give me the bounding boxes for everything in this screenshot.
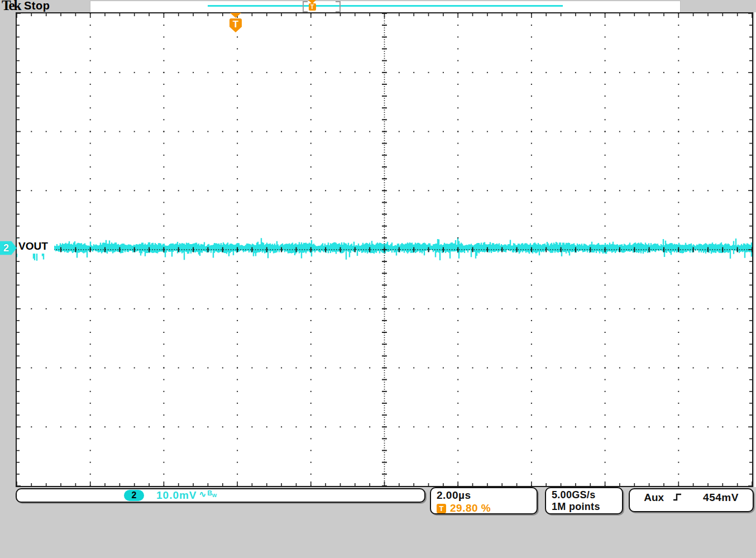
trigger-position-line: T 29.80 % bbox=[437, 502, 537, 514]
trigger-position-percent: 29.80 % bbox=[450, 502, 491, 514]
oscilloscope-screen: Tek Stop T T VOUT 2 2 10.0mV ∿ BW bbox=[0, 0, 756, 558]
channel2-marker-number: 2 bbox=[3, 242, 9, 254]
trigger-t-badge-icon: T bbox=[437, 504, 446, 513]
horizontal-readout-box: 2.00µs T 29.80 % bbox=[430, 487, 538, 514]
trigger-position-marker: T bbox=[228, 13, 243, 32]
status-bar: 2 10.0mV ∿ BW 2.00µs T 29.80 % 5.00GS/s … bbox=[0, 487, 756, 558]
channel2-scale: 10.0mV bbox=[156, 489, 197, 502]
timebase-value: 2.00µs bbox=[437, 489, 537, 502]
graticule: T VOUT bbox=[16, 12, 753, 487]
acquisition-bar-panel: T bbox=[90, 1, 681, 13]
channel2-readout-box: 2 10.0mV ∿ BW bbox=[16, 488, 425, 503]
bandwidth-limit-icon: BW bbox=[207, 489, 217, 497]
acquisition-readout-box: 5.00GS/s 1M points bbox=[545, 487, 623, 514]
sample-rate: 5.00GS/s bbox=[552, 489, 622, 501]
waveform-display bbox=[17, 13, 752, 486]
channel2-badge: 2 bbox=[124, 490, 144, 501]
trigger-source: Aux bbox=[644, 492, 664, 504]
window-bracket-left-icon bbox=[303, 1, 308, 12]
record-length: 1M points bbox=[552, 501, 622, 513]
trigger-position-t-icon: T bbox=[229, 18, 242, 32]
trigger-readout-box: Aux 454mV bbox=[629, 488, 754, 512]
rising-edge-icon bbox=[673, 493, 682, 501]
record-trigger-marker-icon: T bbox=[308, 0, 316, 11]
acquisition-state: Stop bbox=[24, 0, 50, 12]
coupling-wave-icon: ∿ bbox=[199, 489, 207, 499]
trigger-position-triangle-icon bbox=[230, 13, 241, 18]
record-view-line bbox=[208, 5, 563, 7]
trigger-level: 454mV bbox=[703, 492, 739, 504]
top-bar: Tek Stop T bbox=[0, 0, 756, 12]
trigger-t-icon: T bbox=[309, 3, 316, 11]
channel2-waveform-label: VOUT bbox=[17, 239, 54, 254]
window-bracket-right-icon bbox=[336, 1, 341, 12]
tek-logo: Tek bbox=[2, 0, 20, 13]
